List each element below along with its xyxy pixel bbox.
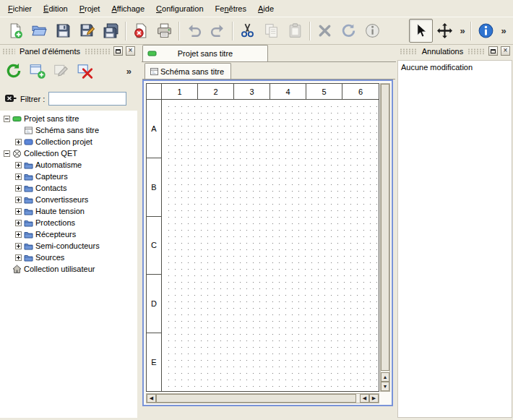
scroll-up-button[interactable]: ▲ xyxy=(381,372,389,382)
delete-element-icon xyxy=(77,62,94,80)
delete-button[interactable] xyxy=(313,19,337,43)
save-button[interactable] xyxy=(51,19,75,43)
scroll-down-button[interactable]: ▼ xyxy=(381,382,389,391)
tree-item-semi-conducteurs[interactable]: Semi-conducteurs xyxy=(0,240,137,252)
rotate-button[interactable] xyxy=(337,19,361,43)
undo-button[interactable] xyxy=(182,19,206,43)
save-all-button[interactable] xyxy=(99,19,123,43)
menu-aide[interactable]: Aide xyxy=(252,1,280,16)
edit-element-button[interactable] xyxy=(51,60,72,82)
elements-panel-title: Panel d'éléments xyxy=(18,47,82,56)
expand-icon[interactable] xyxy=(15,173,22,180)
vertical-scrollbar[interactable]: ▲ ▼ xyxy=(380,83,390,392)
menu-fichier[interactable]: Fichier xyxy=(2,1,38,16)
close-panel-button[interactable]: × xyxy=(126,46,135,56)
tree-item-collection-utilisateur[interactable]: Collection utilisateur xyxy=(0,263,137,275)
element-info-button[interactable] xyxy=(361,19,384,43)
new-file-button[interactable] xyxy=(4,19,27,43)
schema-tab-label: Schéma sans titre xyxy=(160,67,224,76)
tree-item-convertisseurs[interactable]: Convertisseurs xyxy=(0,194,137,205)
save-as-button[interactable] xyxy=(75,19,99,43)
new-element-icon xyxy=(29,62,46,80)
select-tool-button[interactable] xyxy=(409,19,433,43)
tab-schema-sans-titre[interactable]: Schéma sans titre xyxy=(145,63,231,79)
expand-icon[interactable] xyxy=(15,220,22,226)
panel-overflow-button[interactable]: » xyxy=(124,66,134,77)
row-label: A xyxy=(147,100,161,158)
float-panel-button[interactable] xyxy=(113,46,123,56)
tree-item-protections[interactable]: Protections xyxy=(0,217,137,228)
expand-icon[interactable] xyxy=(15,197,22,203)
print-button[interactable] xyxy=(152,19,176,43)
tree-item-sources[interactable]: Sources xyxy=(0,252,137,263)
menu-affichage[interactable]: Affichage xyxy=(105,1,150,16)
schema-sheet: 1 2 3 4 5 6 A B C D E xyxy=(146,83,379,392)
undo-history-list[interactable]: Aucune modification xyxy=(397,60,512,418)
schema-tabbar: Schéma sans titre xyxy=(142,63,395,80)
menu-fenetres[interactable]: Fenêtres xyxy=(210,1,252,16)
scrollbar-thumb[interactable] xyxy=(156,394,356,403)
expand-icon[interactable] xyxy=(15,162,22,168)
home-icon xyxy=(12,265,22,274)
clear-filter-icon[interactable] xyxy=(4,93,17,104)
menu-projet[interactable]: Projet xyxy=(74,1,106,16)
column-label: 3 xyxy=(234,84,270,99)
cut-button[interactable] xyxy=(236,19,259,43)
about-info-button[interactable] xyxy=(474,19,498,43)
toolbar-overflow-button[interactable]: » xyxy=(498,19,509,43)
horizontal-scrollbar[interactable]: ◀ ◀ ▶ xyxy=(146,393,379,403)
menu-configuration[interactable]: Configuration xyxy=(150,1,209,16)
dock-grip xyxy=(467,48,486,54)
tree-item-recepteurs[interactable]: Récepteurs xyxy=(0,228,137,240)
ruler-corner xyxy=(147,84,162,100)
tree-item-schema[interactable]: Schéma sans titre xyxy=(0,124,137,136)
scroll-left-button[interactable]: ◀ xyxy=(147,394,156,403)
tree-item-project[interactable]: Projet sans titre xyxy=(0,113,137,124)
close-file-icon xyxy=(132,22,149,39)
tree-item-collection-projet[interactable]: Collection projet xyxy=(0,136,137,147)
scrollbar-thumb[interactable] xyxy=(381,84,389,371)
delete-element-button[interactable] xyxy=(74,60,96,82)
folder-icon xyxy=(24,230,33,239)
reload-collections-button[interactable] xyxy=(3,60,25,82)
expand-icon[interactable] xyxy=(15,185,22,192)
close-icon: × xyxy=(129,47,133,54)
schema-view: 1 2 3 4 5 6 A B C D E ▲ ▼ ◀ ◀ xyxy=(142,80,393,406)
move-tool-button[interactable] xyxy=(433,19,457,43)
tab-projet-sans-titre[interactable]: Projet sans titre xyxy=(142,45,268,61)
folder-icon xyxy=(24,218,33,228)
close-panel-button[interactable]: × xyxy=(501,46,510,56)
scroll-right-button[interactable]: ▶ xyxy=(369,394,379,403)
paste-button[interactable] xyxy=(283,19,307,43)
elements-panel-titlebar[interactable]: Panel d'éléments × xyxy=(0,45,137,57)
column-label: 6 xyxy=(342,84,379,99)
expand-icon[interactable] xyxy=(15,231,22,238)
new-element-button[interactable] xyxy=(27,60,48,82)
expand-icon[interactable] xyxy=(15,208,22,215)
tree-item-automatisme[interactable]: Automatisme xyxy=(0,159,137,171)
tree-item-contacts[interactable]: Contacts xyxy=(0,182,137,194)
expand-icon[interactable] xyxy=(15,254,22,261)
undo-panel-titlebar[interactable]: Annulations × xyxy=(397,45,512,57)
undo-icon xyxy=(186,22,202,39)
open-project-button[interactable] xyxy=(27,19,51,43)
collection-icon xyxy=(24,137,33,147)
copy-button[interactable] xyxy=(259,19,283,43)
close-file-button[interactable] xyxy=(129,19,152,43)
float-panel-button[interactable] xyxy=(488,46,498,56)
tree-item-haute-tension[interactable]: Haute tension xyxy=(0,205,137,217)
tools-overflow-button[interactable]: » xyxy=(457,19,468,43)
chevron-label: » xyxy=(501,25,506,36)
redo-button[interactable] xyxy=(206,19,230,43)
expand-icon[interactable] xyxy=(15,139,22,145)
folder-icon xyxy=(24,253,33,262)
filter-input[interactable] xyxy=(48,92,126,106)
tree-item-collection-qet[interactable]: Collection QET xyxy=(0,147,137,159)
scroll-left-button[interactable]: ◀ xyxy=(360,394,369,403)
menu-edition[interactable]: Édition xyxy=(38,1,74,16)
collapse-icon[interactable] xyxy=(4,150,10,157)
schema-grid[interactable] xyxy=(163,100,379,391)
tree-item-capteurs[interactable]: Capteurs xyxy=(0,171,137,182)
expand-icon[interactable] xyxy=(15,243,22,249)
collapse-icon[interactable] xyxy=(4,116,10,122)
